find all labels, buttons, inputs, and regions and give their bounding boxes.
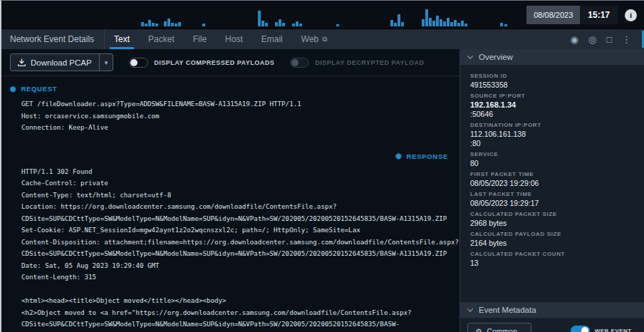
display-compressed-payloads-toggle[interactable]	[129, 58, 148, 68]
timeline-bar	[464, 24, 467, 26]
timeline-bar	[282, 23, 285, 26]
toggle-knob	[291, 59, 298, 66]
field-label: LAST PACKET TIME	[470, 191, 634, 198]
timeline-bar	[443, 21, 446, 26]
tab-host[interactable]: Host	[224, 29, 244, 49]
timeline-bar	[461, 21, 464, 26]
payload-viewer: ◉ REQUEST GET /fileDownloader.aspx?Type=…	[1, 76, 459, 332]
timeline-bar	[279, 19, 281, 26]
tab-label: Web	[301, 34, 318, 44]
timeline-bar	[265, 23, 268, 26]
download-pcap-label: Download PCAP	[31, 58, 92, 67]
timeline-bar: 08/08/2023 15:17 i	[1, 1, 644, 29]
tab-file[interactable]: File	[192, 29, 208, 49]
download-pcap-main[interactable]: Download PCAP	[11, 54, 99, 71]
field-value: 2968 bytes	[470, 219, 634, 228]
timeline-bar	[299, 24, 302, 26]
download-pcap-button[interactable]: Download PCAP ▾	[10, 53, 113, 71]
timeline-bar	[504, 24, 507, 26]
download-options-caret[interactable]: ▾	[99, 54, 113, 71]
field-label: SERVICE	[470, 151, 634, 158]
chevron-down-icon: ▾	[105, 59, 108, 66]
meta-group-button-label: Common...	[487, 327, 523, 332]
more-options-icon[interactable]: ⋮	[622, 35, 631, 44]
timeline-bar	[164, 21, 167, 26]
timeline-bar	[155, 24, 158, 26]
toolbar-toggles: DISPLAY COMPRESSED PAYLOADSDISPLAY DECRY…	[129, 58, 424, 68]
overview-field: DESTINATION IP:PORT112.106.161.138:80	[470, 122, 634, 148]
web-event-toggle[interactable]	[571, 326, 590, 332]
timeline-bar	[178, 22, 181, 26]
response-line: Date: Sat, 05 Aug 2023 19:29:40 GMT	[1, 260, 459, 272]
download-icon	[18, 58, 26, 66]
field-value: 08/05/2023 19:29:17	[470, 199, 634, 208]
field-label: DESTINATION IP:PORT	[470, 122, 634, 129]
overview-field: SESSION ID491553358	[470, 73, 634, 90]
target-icon[interactable]: ◉	[570, 35, 578, 44]
response-body: HTTP/1.1 302 FoundCache-Control: private…	[1, 166, 459, 331]
overview-field: CALCULATED PACKET COUNT13	[470, 251, 634, 268]
field-label: CALCULATED PACKET COUNT	[470, 251, 634, 258]
current-date: 08/08/2023	[526, 6, 580, 24]
response-line: Content-Length: 315	[1, 271, 459, 284]
timeline-bar	[258, 11, 261, 26]
info-icon[interactable]: i	[625, 9, 637, 21]
content: Download PCAP ▾ DISPLAY COMPRESSED PAYLO…	[1, 49, 644, 332]
display-decrypted-payload-toggle-group: DISPLAY DECRYPTED PAYLOAD	[290, 58, 424, 68]
overview-field: LAST PACKET TIME08/05/2023 19:29:17	[470, 191, 634, 208]
overview-field: CALCULATED PAYLOAD SIZE2164 bytes	[470, 231, 634, 248]
tab-text[interactable]: Text	[113, 29, 131, 49]
display-compressed-payloads-toggle-label: DISPLAY COMPRESSED PAYLOADS	[154, 59, 274, 66]
web-event-toggle-label: WEB EVENT...	[595, 328, 637, 332]
response-line: Content-Disposition: attachment;filename…	[1, 237, 459, 249]
timeline-bar	[296, 21, 298, 26]
timeline-bar	[454, 20, 457, 26]
request-line: GET /fileDownloader.aspx?Type=ADDSW&FILE…	[1, 98, 459, 110]
timeline-bar	[152, 23, 155, 26]
timeline-bar	[436, 16, 439, 26]
payload-pane: Download PCAP ▾ DISPLAY COMPRESSED PAYLO…	[1, 49, 459, 332]
page-title: Network Event Details	[1, 29, 105, 49]
field-label: SOURCE IP:PORT	[470, 93, 634, 100]
timeline-bar	[422, 19, 425, 26]
response-line: CDSite=SUP&CDCttType=SW&ModelType=N&Mode…	[1, 248, 459, 260]
timeline-bar	[390, 20, 393, 26]
tab-web[interactable]: Web⧉	[300, 29, 329, 49]
timeline-bar	[401, 22, 404, 26]
network-event-details-screen: 08/08/2023 15:17 i Network Event Details…	[0, 0, 644, 332]
overview-section-header[interactable]: Overview	[460, 49, 644, 66]
response-line: Content-Type: text/html; charset=utf-8	[1, 190, 459, 202]
payload-toolbar: Download PCAP ▾ DISPLAY COMPRESSED PAYLO…	[1, 49, 459, 76]
field-value: 2164 bytes	[470, 239, 634, 248]
timeline-bar	[425, 9, 428, 26]
field-value: 80	[470, 159, 634, 168]
tab-packet[interactable]: Packet	[147, 29, 176, 49]
external-link-icon: ⧉	[322, 35, 327, 43]
response-line: Cache-Control: private	[1, 177, 459, 190]
event-metadata-section-header[interactable]: Event Metadata	[460, 302, 644, 318]
record-icon[interactable]: ◎	[588, 35, 596, 44]
request-header: ◉ REQUEST	[10, 85, 459, 93]
timeline-bar	[500, 23, 503, 26]
tab-label: Text	[114, 34, 130, 44]
field-value: 13	[470, 259, 634, 268]
tab-label: File	[193, 34, 207, 44]
field-value: 491553358	[470, 81, 634, 90]
window-icon[interactable]: □	[606, 35, 612, 44]
meta-group-button[interactable]: ⚙ Common...	[467, 323, 531, 332]
overview-field: SOURCE IP:PORT192.168.1.34:50646	[470, 93, 634, 119]
overview-panel: Overview SESSION ID491553358SOURCE IP:PO…	[459, 49, 644, 332]
timeline-bar	[398, 14, 400, 26]
event-metadata-title: Event Metadata	[479, 306, 536, 314]
response-direction-icon: ◉	[395, 152, 402, 160]
toggle-knob	[130, 59, 137, 66]
tab-email[interactable]: Email	[260, 29, 284, 49]
field-value: 192.168.1.34	[470, 100, 634, 110]
timeline-bar	[171, 23, 174, 26]
overview-field: FIRST PACKET TIME08/05/2023 19:29:06	[470, 171, 634, 188]
clock: 08/08/2023 15:17 i	[526, 6, 637, 24]
toggle-knob	[581, 327, 588, 332]
timeline-bar	[175, 24, 177, 26]
overview-fields: SESSION ID491553358SOURCE IP:PORT192.168…	[460, 66, 644, 302]
tab-label: Host	[225, 34, 243, 44]
